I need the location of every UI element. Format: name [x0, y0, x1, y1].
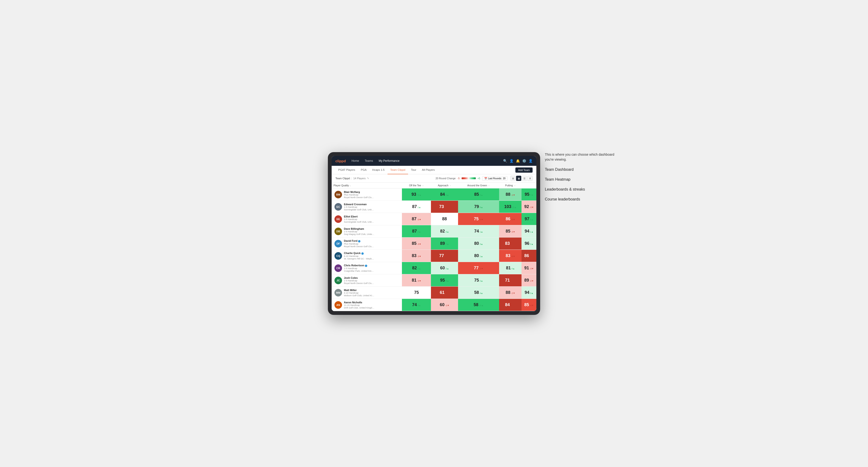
- subnav-allplayers[interactable]: All Players: [419, 166, 437, 174]
- player-name: Elliot Ebert: [344, 215, 375, 218]
- avatar-icon[interactable]: 👤: [529, 159, 533, 163]
- player-cell[interactable]: CQCharlie Quick6-10 HandicapSt. George's…: [332, 250, 402, 262]
- annotation-item-1: Team Dashboard: [545, 167, 616, 173]
- metric-number: 91: [524, 266, 529, 271]
- list-view-button[interactable]: ☰: [522, 176, 527, 181]
- table-row: DFDavid FordPlus HandicapRoyal North Dev…: [332, 238, 536, 250]
- avatar: JC: [335, 277, 342, 284]
- metric-change: -3▼: [530, 206, 534, 209]
- metric-change: 4▲: [445, 231, 449, 233]
- approach-cell: 803▲: [458, 238, 499, 250]
- team-name: Team Clippd: [335, 177, 350, 180]
- sort-arrow-offtee[interactable]: →: [422, 184, 424, 187]
- search-icon[interactable]: 🔍: [503, 159, 507, 163]
- add-team-button[interactable]: Add Team: [516, 167, 533, 173]
- user-icon[interactable]: 👤: [509, 159, 514, 163]
- metric-change: 8▲: [445, 280, 449, 282]
- metric-number: 85: [524, 302, 529, 307]
- player-cell[interactable]: JCJosh Coles1-5 HandicapRoyal North Devo…: [332, 274, 402, 286]
- metric-change: -1▼: [511, 194, 515, 196]
- metric-change: 1▲: [530, 231, 533, 233]
- player-name: Charlie Quick: [344, 252, 375, 254]
- metric-number: 82: [440, 229, 445, 234]
- player-club: Drift Golf Club, United Kingdom: [344, 306, 375, 309]
- player-club: Royal North Devon Golf Club, United King…: [344, 282, 375, 284]
- player-club: St. George's Hill GC - Weybridge - Surre…: [344, 257, 375, 260]
- metric-number: 87: [412, 217, 416, 221]
- player-name: David Ford: [344, 239, 375, 242]
- player-cell[interactable]: ECEdward Crossman1-5 HandicapSunningdale…: [332, 201, 402, 213]
- putting-cell: 959▲: [522, 188, 536, 201]
- metric-change: 15▲: [512, 206, 517, 209]
- metric-change: 2▲: [445, 268, 449, 270]
- avatar: AN: [335, 301, 342, 309]
- player-cell[interactable]: EEElliot Ebert1-5 HandicapSunningdale Go…: [332, 213, 402, 225]
- sort-arrow-approach[interactable]: →: [449, 184, 451, 187]
- settings-icon[interactable]: ⚙️: [522, 159, 526, 163]
- metric-change: 1▲: [417, 206, 421, 209]
- last-rounds-label: Last Rounds:: [488, 177, 502, 180]
- edit-icon[interactable]: ✎: [367, 177, 369, 180]
- player-name: Josh Coles: [344, 276, 375, 279]
- metric-change: 9▲: [530, 194, 533, 196]
- annotation-item-4: Course leaderboards: [545, 196, 616, 202]
- sort-arrow-around[interactable]: →: [488, 184, 490, 187]
- sort-arrow-putting[interactable]: →: [514, 184, 516, 187]
- player-cell[interactable]: ANAaron Nicholls11-15 HandicapDrift Golf…: [332, 299, 402, 311]
- player-cell[interactable]: BMBlair McHargPlus HandicapRoyal North D…: [332, 188, 402, 201]
- off-tee-cell: 602▲: [431, 262, 458, 274]
- metric-change: -3▼: [479, 218, 483, 221]
- metric-change: -3▼: [417, 280, 421, 282]
- player-quality-cell: 871▲: [402, 201, 431, 213]
- grid-view-button[interactable]: ⊞: [510, 176, 516, 181]
- metric-number: 60: [440, 266, 445, 271]
- sort-arrow-player[interactable]: ↕: [349, 184, 351, 187]
- player-quality-cell: 93+4▲: [402, 188, 431, 201]
- metric-number: 103: [504, 204, 512, 209]
- metric-number: 79: [474, 204, 479, 209]
- metric-number: 89: [440, 241, 445, 246]
- metric-change: 7▲: [445, 243, 449, 245]
- download-button[interactable]: ⬇: [527, 176, 533, 181]
- metric-number: 85: [474, 192, 479, 197]
- off-tee-cell: 73-11▼: [431, 201, 458, 213]
- player-name: Edward Crossman: [344, 203, 375, 206]
- approach-cell: 5810▲: [458, 299, 499, 311]
- approach-cell: 584▲: [458, 286, 499, 299]
- subnav-teamclippd[interactable]: Team Clippd: [388, 166, 408, 174]
- player-cell[interactable]: MMMatt Miller6-10 HandicapWoburn Golf Cl…: [332, 286, 402, 299]
- tablet-screen: clippd Home Teams My Performance 🔍 👤 🔔 ⚙…: [332, 156, 536, 311]
- subnav-pgat[interactable]: PGAT Players: [335, 166, 358, 174]
- avatar: EC: [335, 203, 342, 211]
- subnav-hcaps[interactable]: Hcaps 1-5: [369, 166, 387, 174]
- putting-cell: 943▲: [522, 286, 536, 299]
- subnav-tour[interactable]: Tour: [408, 166, 419, 174]
- metric-change: 2▲: [480, 280, 483, 282]
- player-name: Aaron Nicholls: [344, 301, 375, 304]
- player-cell[interactable]: DFDavid FordPlus HandicapRoyal North Dev…: [332, 238, 402, 250]
- off-tee-cell: 61-3▼: [431, 286, 458, 299]
- player-handicap: 1-5 Handicap: [344, 279, 375, 282]
- nav-link-teams[interactable]: Teams: [364, 159, 374, 162]
- subnav-pga[interactable]: PGA: [358, 166, 369, 174]
- player-handicap: Plus Handicap: [344, 193, 375, 196]
- nav-link-myperformance[interactable]: My Performance: [378, 159, 401, 162]
- metric-change: 3▲: [530, 243, 533, 245]
- tablet-frame: clippd Home Teams My Performance 🔍 👤 🔔 ⚙…: [328, 152, 540, 315]
- verified-icon: [361, 252, 364, 255]
- bell-icon[interactable]: 🔔: [516, 159, 520, 163]
- last-rounds-value: 20: [503, 177, 505, 180]
- table-row: JCJosh Coles1-5 HandicapRoyal North Devo…: [332, 274, 536, 286]
- metric-number: 61: [440, 290, 445, 295]
- nav-logo[interactable]: clippd: [335, 159, 346, 163]
- approach-cell: 799▲: [458, 201, 499, 213]
- player-club: Sunningdale Golf Club, United Kingdom: [344, 220, 375, 223]
- approach-cell: 75-3▼: [458, 213, 499, 225]
- player-cell[interactable]: CRChris Robertson1-5 HandicapCraigmillar…: [332, 262, 402, 274]
- nav-link-home[interactable]: Home: [350, 159, 360, 162]
- metric-number: 84: [440, 192, 445, 197]
- metric-change: -3▼: [417, 255, 421, 257]
- heatmap-view-button[interactable]: ▦: [516, 176, 521, 181]
- last-rounds-button[interactable]: 📅 Last Rounds: 20: [482, 176, 507, 181]
- player-cell[interactable]: DBDave Billingham1-5 HandicapGog Magog G…: [332, 225, 402, 238]
